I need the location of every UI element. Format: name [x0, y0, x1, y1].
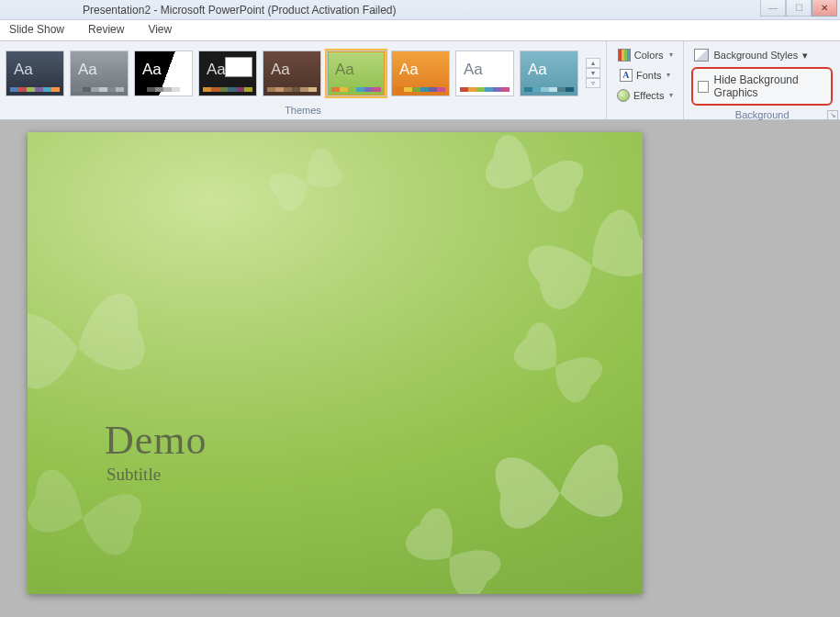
theme-aa-label: Aa [528, 61, 547, 79]
theme-swatches [74, 87, 124, 92]
theme-thumb-blackwhite[interactable]: Aa [134, 50, 193, 96]
effects-label: Effects [633, 90, 664, 101]
theme-aa-label: Aa [464, 61, 483, 79]
theme-thumb-darkphoto[interactable]: Aa [198, 50, 257, 96]
theme-swatches [524, 87, 574, 92]
theme-thumb-clean[interactable]: Aa [455, 50, 514, 96]
ribbon-tabs: Slide Show Review View [0, 20, 840, 41]
tab-view[interactable]: View [142, 19, 177, 40]
effects-button[interactable]: Effects ▾ [612, 86, 678, 105]
theme-thumb-butterfly[interactable]: Aa [327, 50, 386, 96]
close-button[interactable]: ✕ [812, 0, 837, 17]
theme-swatches [331, 87, 381, 92]
colors-button[interactable]: Colors ▾ [613, 46, 678, 64]
themes-gallery: AaAaAaAaAaAaAaAaAa▴▾▿ [0, 41, 606, 105]
background-styles-icon [694, 49, 709, 62]
window-title: Presentation2 - Microsoft PowerPoint (Pr… [83, 4, 396, 17]
group-background: Background Styles ▾ Hide Background Grap… [684, 41, 840, 119]
theme-aa-label: Aa [14, 61, 33, 79]
theme-thumb-sepia[interactable]: Aa [263, 50, 321, 96]
theme-swatches [10, 87, 60, 92]
tab-review[interactable]: Review [83, 19, 129, 40]
theme-aa-label: Aa [335, 61, 354, 79]
ribbon: AaAaAaAaAaAaAaAaAa▴▾▿ Themes Colors ▾ A … [0, 41, 840, 120]
fonts-icon: A [620, 69, 633, 82]
background-styles-button[interactable]: Background Styles ▾ [691, 47, 811, 63]
theme-aa-label: Aa [142, 61, 162, 79]
slide-title[interactable]: Demo [105, 417, 207, 464]
theme-swatches [396, 87, 445, 92]
theme-thumb-orange[interactable]: Aa [391, 50, 450, 96]
theme-swatches [267, 87, 317, 92]
theme-scroll-up[interactable]: ▴ [586, 58, 600, 68]
theme-thumb-grayscale[interactable]: Aa [70, 50, 129, 96]
theme-gallery-scroll: ▴▾▿ [586, 58, 600, 88]
theme-aa-label: Aa [399, 61, 419, 79]
theme-aa-label: Aa [271, 61, 290, 79]
effects-icon [617, 89, 630, 102]
chevron-down-icon: ▾ [802, 50, 808, 62]
title-bar: Presentation2 - Microsoft PowerPoint (Pr… [0, 0, 840, 20]
group-theme-options: Colors ▾ A Fonts ▾ Effects ▾ [607, 41, 684, 119]
theme-aa-label: Aa [207, 61, 226, 79]
minimize-button[interactable]: — [760, 0, 786, 17]
theme-gallery-more[interactable]: ▿ [586, 78, 600, 88]
colors-label: Colors [634, 50, 664, 61]
fonts-label: Fonts [636, 70, 662, 81]
group-label-themes: Themes [0, 105, 606, 119]
chevron-down-icon: ▾ [669, 50, 673, 59]
butterfly-decoration [28, 255, 171, 441]
checkbox-icon [698, 81, 708, 93]
slide-subtitle[interactable]: Subtitle [106, 465, 161, 485]
theme-swatches [460, 87, 510, 92]
fonts-button[interactable]: A Fonts ▾ [615, 66, 676, 84]
theme-swatches [203, 87, 252, 92]
theme-scroll-down[interactable]: ▾ [586, 68, 600, 78]
group-label-background: Background ↘ [684, 109, 840, 120]
maximize-button[interactable]: ☐ [786, 0, 812, 17]
hide-background-label: Hide Background Graphics [714, 73, 823, 99]
window-controls: — ☐ ✕ [760, 0, 837, 17]
group-themes: AaAaAaAaAaAaAaAaAa▴▾▿ Themes [0, 41, 607, 119]
theme-thumb-aqua[interactable]: Aa [520, 50, 578, 96]
chevron-down-icon: ▾ [669, 91, 673, 99]
theme-aa-label: Aa [78, 61, 97, 79]
slide-canvas[interactable]: Demo Subtitle [28, 132, 643, 594]
chevron-down-icon: ▾ [666, 71, 670, 79]
hide-background-graphics-checkbox[interactable]: Hide Background Graphics [691, 67, 833, 106]
tab-slide-show[interactable]: Slide Show [4, 19, 70, 40]
background-styles-label: Background Styles [713, 50, 798, 61]
slide-workarea: Demo Subtitle [0, 120, 840, 617]
theme-swatches [139, 87, 188, 92]
theme-thumb-office[interactable]: Aa [6, 50, 64, 96]
colors-icon [618, 49, 631, 62]
butterfly-decoration [252, 132, 364, 239]
